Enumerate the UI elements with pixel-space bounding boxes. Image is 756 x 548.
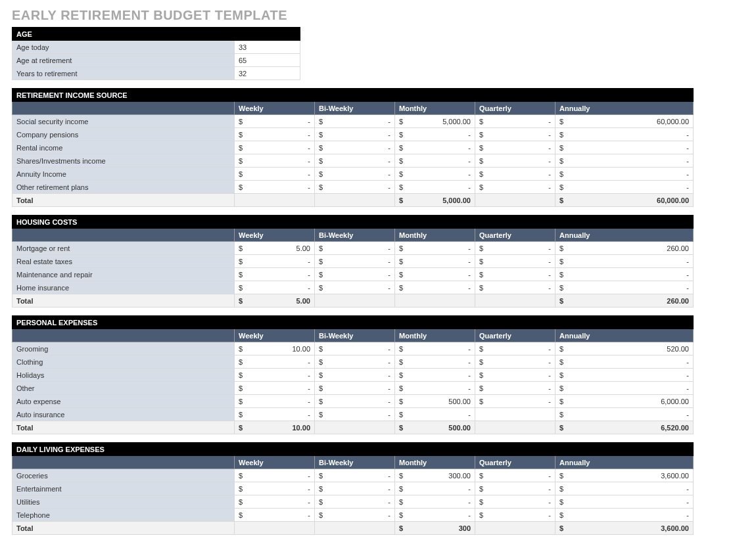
income-shares-quarterly[interactable]: $- — [475, 154, 555, 168]
income-other-annually[interactable]: $- — [555, 181, 694, 194]
daily-groc-biweekly[interactable]: $- — [315, 469, 395, 482]
personal-cloth-quarterly[interactable]: $- — [475, 355, 555, 369]
housing-tax-monthly[interactable]: $- — [395, 255, 475, 268]
housing-mortgage-biweekly[interactable]: $- — [315, 242, 395, 255]
income-annuity-weekly[interactable]: $- — [235, 168, 315, 181]
housing-mortgage-monthly[interactable]: $- — [395, 242, 475, 255]
housing-maint-weekly[interactable]: $- — [235, 268, 315, 281]
age-retire-value[interactable]: 65 — [235, 54, 300, 67]
daily-tel-quarterly[interactable]: $- — [475, 509, 555, 522]
income-ss-biweekly[interactable]: $- — [315, 115, 395, 128]
income-ss-weekly[interactable]: $- — [235, 115, 315, 128]
income-other-monthly[interactable]: $- — [395, 181, 475, 194]
housing-maint-monthly[interactable]: $- — [395, 268, 475, 281]
housing-ins-quarterly[interactable]: $- — [475, 281, 555, 294]
housing-mortgage-annually[interactable]: $260.00 — [555, 242, 694, 255]
daily-ent-quarterly[interactable]: $- — [475, 482, 555, 495]
personal-other-annually[interactable]: $- — [555, 382, 694, 395]
income-ss-quarterly[interactable]: $- — [475, 115, 555, 128]
housing-ins-annually[interactable]: $- — [555, 281, 694, 294]
personal-holiday-quarterly[interactable]: $- — [475, 369, 555, 382]
income-rental-biweekly[interactable]: $- — [315, 141, 395, 154]
personal-holiday-monthly[interactable]: $- — [395, 369, 475, 382]
daily-groc-monthly[interactable]: $300.00 — [395, 469, 475, 482]
personal-autoins-quarterly[interactable] — [475, 408, 555, 421]
daily-util-annually[interactable]: $- — [555, 495, 694, 509]
income-shares-monthly[interactable]: $- — [395, 154, 475, 168]
housing-mortgage-quarterly[interactable]: $- — [475, 242, 555, 255]
housing-tax-biweekly[interactable]: $- — [315, 255, 395, 268]
housing-tax-weekly[interactable]: $- — [235, 255, 315, 268]
income-other-biweekly[interactable]: $- — [315, 181, 395, 194]
personal-groom-weekly[interactable]: $10.00 — [235, 342, 315, 355]
personal-autoexp-annually[interactable]: $6,000.00 — [555, 395, 694, 408]
income-pension-monthly[interactable]: $- — [395, 128, 475, 141]
personal-cloth-biweekly[interactable]: $- — [315, 355, 395, 369]
daily-ent-monthly[interactable]: $- — [395, 482, 475, 495]
personal-holiday-biweekly[interactable]: $- — [315, 369, 395, 382]
housing-maint-annually[interactable]: $- — [555, 268, 694, 281]
income-other-quarterly[interactable]: $- — [475, 181, 555, 194]
daily-util-quarterly[interactable]: $- — [475, 495, 555, 509]
housing-ins-biweekly[interactable]: $- — [315, 281, 395, 294]
daily-tel-biweekly[interactable]: $- — [315, 509, 395, 522]
income-pension-annually[interactable]: $- — [555, 128, 694, 141]
personal-autoins-monthly[interactable]: $- — [395, 408, 475, 421]
income-annuity-monthly[interactable]: $- — [395, 168, 475, 181]
daily-groc-weekly[interactable]: $- — [235, 469, 315, 482]
income-ss-annually[interactable]: $60,000.00 — [555, 115, 694, 128]
daily-util-monthly[interactable]: $- — [395, 495, 475, 509]
daily-groc-quarterly[interactable]: $- — [475, 469, 555, 482]
daily-util-biweekly[interactable]: $- — [315, 495, 395, 509]
income-annuity-quarterly[interactable]: $- — [475, 168, 555, 181]
personal-autoins-weekly[interactable]: $- — [235, 408, 315, 421]
income-rental-quarterly[interactable]: $- — [475, 141, 555, 154]
personal-cloth-annually[interactable]: $- — [555, 355, 694, 369]
personal-autoins-biweekly[interactable]: $- — [315, 408, 395, 421]
daily-tel-monthly[interactable]: $- — [395, 509, 475, 522]
income-pension-biweekly[interactable]: $- — [315, 128, 395, 141]
housing-tax-quarterly[interactable]: $- — [475, 255, 555, 268]
daily-tel-annually[interactable]: $- — [555, 509, 694, 522]
income-pension-quarterly[interactable]: $- — [475, 128, 555, 141]
personal-groom-quarterly[interactable]: $- — [475, 342, 555, 355]
daily-groc-annually[interactable]: $3,600.00 — [555, 469, 694, 482]
income-shares-annually[interactable]: $- — [555, 154, 694, 168]
personal-groom-monthly[interactable]: $- — [395, 342, 475, 355]
personal-holiday-annually[interactable]: $- — [555, 369, 694, 382]
income-annuity-annually[interactable]: $- — [555, 168, 694, 181]
personal-cloth-monthly[interactable]: $- — [395, 355, 475, 369]
personal-groom-biweekly[interactable]: $- — [315, 342, 395, 355]
housing-tax-annually[interactable]: $- — [555, 255, 694, 268]
income-rental-annually[interactable]: $- — [555, 141, 694, 154]
personal-other-weekly[interactable]: $- — [235, 382, 315, 395]
income-other-weekly[interactable]: $- — [235, 181, 315, 194]
daily-util-weekly[interactable]: $- — [235, 495, 315, 509]
daily-ent-weekly[interactable]: $- — [235, 482, 315, 495]
personal-other-monthly[interactable]: $- — [395, 382, 475, 395]
housing-maint-quarterly[interactable]: $- — [475, 268, 555, 281]
housing-mortgage-weekly[interactable]: $5.00 — [235, 242, 315, 255]
personal-other-biweekly[interactable]: $- — [315, 382, 395, 395]
daily-ent-biweekly[interactable]: $- — [315, 482, 395, 495]
personal-autoexp-quarterly[interactable]: $- — [475, 395, 555, 408]
housing-ins-weekly[interactable]: $- — [235, 281, 315, 294]
personal-holiday-weekly[interactable]: $- — [235, 369, 315, 382]
daily-ent-annually[interactable]: $- — [555, 482, 694, 495]
income-annuity-biweekly[interactable]: $- — [315, 168, 395, 181]
income-shares-biweekly[interactable]: $- — [315, 154, 395, 168]
income-rental-monthly[interactable]: $- — [395, 141, 475, 154]
income-pension-weekly[interactable]: $- — [235, 128, 315, 141]
personal-autoexp-weekly[interactable]: $- — [235, 395, 315, 408]
personal-groom-annually[interactable]: $520.00 — [555, 342, 694, 355]
age-today-value[interactable]: 33 — [235, 41, 300, 54]
personal-autoexp-monthly[interactable]: $500.00 — [395, 395, 475, 408]
housing-maint-biweekly[interactable]: $- — [315, 268, 395, 281]
income-rental-weekly[interactable]: $- — [235, 141, 315, 154]
income-shares-weekly[interactable]: $- — [235, 154, 315, 168]
income-ss-monthly[interactable]: $5,000.00 — [395, 115, 475, 128]
personal-other-quarterly[interactable]: $- — [475, 382, 555, 395]
personal-autoexp-biweekly[interactable]: $- — [315, 395, 395, 408]
daily-tel-weekly[interactable]: $- — [235, 509, 315, 522]
personal-cloth-weekly[interactable]: $- — [235, 355, 315, 369]
